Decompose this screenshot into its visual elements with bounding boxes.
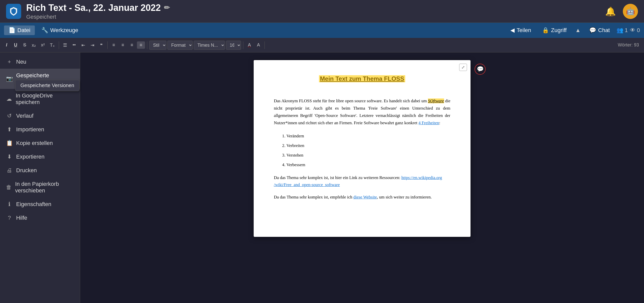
camera-icon: 📷	[6, 75, 13, 82]
sidebar-item-import[interactable]: ⬆ Importieren	[0, 123, 80, 136]
history-icon: ↺	[6, 113, 13, 119]
unordered-list-button[interactable]: ••	[70, 41, 78, 49]
app-logo	[6, 4, 21, 19]
versions-tooltip: Gespeicherte Versionen	[15, 80, 79, 91]
info-icon: ℹ	[6, 201, 13, 208]
menubar-actions: ◀ Teilen 🔒 Zugriff ▲ 💬 Chat 👥 1 👁 0	[506, 26, 640, 35]
subscript-button[interactable]: x₂	[30, 41, 38, 49]
size-select[interactable]: 16	[226, 41, 241, 50]
sidebar-item-new[interactable]: + Neu	[0, 55, 80, 69]
list-item: Verbessern	[286, 161, 450, 169]
align-center-button[interactable]: ≡	[119, 41, 127, 49]
underline-button[interactable]: U	[12, 41, 20, 49]
bg-color-button[interactable]: A	[254, 41, 262, 49]
website-link[interactable]: diese Website	[354, 195, 377, 199]
download-icon: ⬇	[6, 154, 13, 160]
user-badge: 👥 1	[617, 27, 628, 34]
align-left-button[interactable]: ≡	[110, 41, 118, 49]
four-freedoms-link[interactable]: 4 Freiheiten	[419, 120, 439, 125]
print-icon: 🖨	[6, 167, 13, 174]
file-icon: 📄	[9, 27, 15, 34]
header-right: 🔔 🤖	[605, 4, 638, 19]
plus-icon: +	[6, 59, 13, 65]
title-block: Rich Text - Sa., 22. Januar 2022 ✏ Gespe…	[26, 3, 605, 20]
font-select[interactable]: Times N...	[194, 41, 225, 50]
format-select[interactable]: Format	[167, 41, 193, 50]
comment-button[interactable]: 💬	[475, 64, 486, 75]
lock-icon: 🔒	[542, 27, 549, 34]
menu-file[interactable]: 📄 Datei	[4, 26, 35, 35]
notification-bell[interactable]: 🔔	[605, 6, 616, 16]
italic-button[interactable]: I	[3, 41, 11, 49]
indent-button[interactable]: ⇥	[88, 41, 96, 49]
doc-paragraph-3: Da das Thema sehr komplex ist, empfehle …	[274, 194, 450, 201]
users-icon: 👥	[617, 27, 623, 34]
cloud-icon: ☁	[6, 96, 12, 102]
wikipedia-link[interactable]: https://en.wikipedia.org/wiki/Free_and_o…	[274, 175, 442, 187]
sidebar-item-drive[interactable]: ☁ In GoogleDrive speichern	[0, 89, 80, 109]
word-count: Wörter: 93	[618, 42, 641, 48]
sidebar-item-copy[interactable]: 📋 Kopie erstellen	[0, 136, 80, 150]
list-item: Verändern	[286, 132, 450, 140]
menubar: 📄 Datei 🔧 Werkzeuge ◀ Teilen 🔒 Zugriff ▲…	[0, 23, 644, 38]
toolbar-sep-3	[147, 41, 147, 49]
freedoms-list: Verändern Verbreiten Verstehen Verbesser…	[286, 132, 450, 169]
chat-icon: 💬	[589, 27, 596, 34]
main-layout: + Neu 📷 Gespeicherte Versionen ☁ In Goog…	[0, 53, 644, 303]
access-button[interactable]: 🔒 Zugriff	[538, 26, 571, 35]
doc-paragraph-2: Da das Thema sehr komplex ist, ist hier …	[274, 174, 450, 189]
user-avatar[interactable]: 🤖	[623, 4, 638, 19]
toolbar-sep-4	[243, 41, 243, 49]
share-icon: ◀	[510, 27, 515, 34]
highlighted-word: SOftware	[428, 98, 444, 103]
document-page: ⤢ Mein Text zum Thema FLOSS Das Akronym …	[254, 60, 471, 237]
sidebar-item-help[interactable]: ? Hilfe	[0, 211, 80, 225]
clear-format-button[interactable]: Tₓ	[48, 41, 57, 49]
edit-icon[interactable]: ✏	[164, 4, 170, 12]
view-badge: 👁 0	[630, 27, 640, 34]
share-button[interactable]: ◀ Teilen	[506, 26, 536, 35]
ordered-list-button[interactable]: ☰	[61, 41, 69, 49]
trash-icon: 🗑	[6, 184, 12, 191]
doc-paragraph-1: Das Akronym FLOSS steht für free libre o…	[274, 97, 450, 127]
collapse-button[interactable]: ▲	[573, 26, 583, 35]
sidebar-item-print[interactable]: 🖨 Drucken	[0, 164, 80, 177]
toolbar-sep-2	[107, 41, 108, 49]
document-title: Rich Text - Sa., 22. Januar 2022 ✏	[26, 3, 605, 13]
outdent-button[interactable]: ⇤	[79, 41, 87, 49]
chat-button[interactable]: 💬 Chat	[585, 26, 614, 35]
expand-button[interactable]: ⤢	[459, 64, 467, 71]
style-select[interactable]: Stil	[149, 41, 166, 50]
toolbar-sep-1	[59, 41, 59, 49]
list-item: Verstehen	[286, 151, 450, 160]
menu-tools[interactable]: 🔧 Werkzeuge	[37, 26, 83, 35]
save-status: Gespeichert	[26, 14, 605, 20]
list-item: Verbreiten	[286, 141, 450, 150]
sidebar-item-properties[interactable]: ℹ Eigenschaften	[0, 197, 80, 211]
sidebar-item-history[interactable]: ↺ Verlauf	[0, 109, 80, 123]
superscript-button[interactable]: x²	[39, 41, 47, 49]
strikethrough-button[interactable]: S	[21, 41, 29, 49]
comment-icon-wrapper: 💬	[475, 64, 486, 75]
formatting-toolbar: I U S x₂ x² Tₓ ☰ •• ⇤ ⇥ ❝ ≡ ≡ ≡ ≡ Stil F…	[0, 38, 644, 53]
document-wrapper: ⤢ Mein Text zum Thema FLOSS Das Akronym …	[80, 53, 644, 303]
help-icon: ?	[6, 215, 13, 221]
align-justify-button[interactable]: ≡	[137, 41, 145, 49]
doc-title-wrapper: Mein Text zum Thema FLOSS	[274, 75, 450, 90]
eye-icon: 👁	[630, 27, 635, 34]
sidebar-item-trash[interactable]: 🗑 In den Papierkorb verschieben	[0, 177, 80, 197]
blockquote-button[interactable]: ❝	[97, 41, 105, 49]
tools-icon: 🔧	[41, 27, 48, 34]
toolbar-sep-5	[265, 41, 265, 49]
sidebar: + Neu 📷 Gespeicherte Versionen ☁ In Goog…	[0, 53, 80, 303]
content-area: ⤢ Mein Text zum Thema FLOSS Das Akronym …	[80, 53, 644, 303]
copy-icon: 📋	[6, 140, 13, 146]
doc-page-container: ⤢ Mein Text zum Thema FLOSS Das Akronym …	[254, 60, 471, 295]
document-heading: Mein Text zum Thema FLOSS	[319, 75, 405, 82]
upload-icon: ⬆	[6, 126, 13, 133]
align-right-button[interactable]: ≡	[128, 41, 136, 49]
sidebar-item-export[interactable]: ⬇ Exportieren	[0, 150, 80, 164]
font-color-button[interactable]: A	[245, 41, 253, 49]
header: Rich Text - Sa., 22. Januar 2022 ✏ Gespe…	[0, 0, 644, 23]
